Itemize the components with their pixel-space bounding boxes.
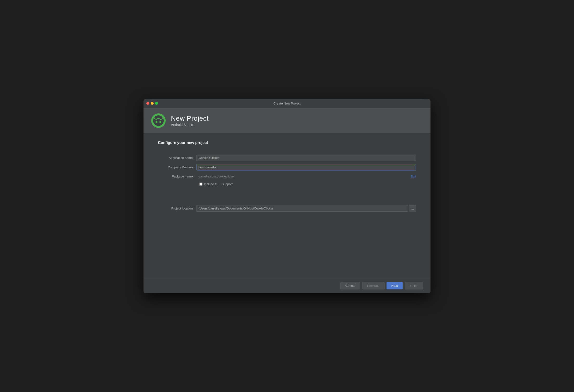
bottom-bar: Cancel Previous Next Finish: [144, 278, 430, 293]
minimize-button[interactable]: [151, 102, 154, 105]
svg-point-7: [162, 117, 163, 118]
traffic-lights: [146, 102, 158, 105]
window-title: Create New Project: [273, 102, 301, 105]
package-name-row: Package name: danielle.com.cookieclicker…: [158, 173, 416, 179]
package-name-label: Package name:: [158, 175, 196, 178]
cancel-button[interactable]: Cancel: [340, 282, 360, 289]
next-button[interactable]: Next: [387, 282, 403, 289]
maximize-button[interactable]: [155, 102, 158, 105]
cpp-support-row: Include C++ Support: [199, 182, 416, 186]
browse-button[interactable]: ...: [409, 205, 416, 212]
cpp-support-checkbox[interactable]: [199, 183, 203, 186]
project-subtitle: Android Studio: [171, 123, 208, 127]
company-domain-row: Company Domain:: [158, 164, 416, 170]
cpp-support-label: Include C++ Support: [204, 182, 233, 186]
svg-point-2: [156, 121, 158, 123]
title-bar: Create New Project: [144, 99, 430, 108]
project-title: New Project: [171, 115, 208, 122]
location-row: Project location: ...: [158, 205, 416, 212]
finish-button[interactable]: Finish: [405, 282, 423, 289]
project-location-label: Project location:: [158, 206, 196, 210]
application-name-row: Application name:: [158, 155, 416, 161]
edit-package-link[interactable]: Edit: [411, 175, 416, 178]
application-name-input[interactable]: [196, 155, 416, 161]
svg-point-1: [153, 115, 164, 126]
header-section: New Project Android Studio: [144, 108, 430, 133]
svg-point-3: [159, 121, 161, 123]
main-content: Configure your new project Application n…: [144, 133, 430, 278]
header-text: New Project Android Studio: [171, 115, 208, 127]
company-domain-label: Company Domain:: [158, 165, 196, 169]
section-title: Configure your new project: [158, 141, 416, 145]
project-location-section: Project location: ...: [158, 205, 416, 212]
company-domain-input[interactable]: [196, 164, 416, 170]
svg-point-6: [154, 117, 155, 118]
project-location-input[interactable]: [196, 205, 408, 212]
android-studio-logo: [151, 113, 166, 128]
form-area: Application name: Company Domain: Packag…: [158, 155, 416, 186]
previous-button[interactable]: Previous: [362, 282, 385, 289]
close-button[interactable]: [146, 102, 149, 105]
application-name-label: Application name:: [158, 156, 196, 160]
package-name-value: danielle.com.cookieclicker: [196, 173, 409, 179]
main-window: Create New Project New Project Android S…: [144, 99, 430, 293]
location-input-wrapper: ...: [196, 205, 416, 212]
